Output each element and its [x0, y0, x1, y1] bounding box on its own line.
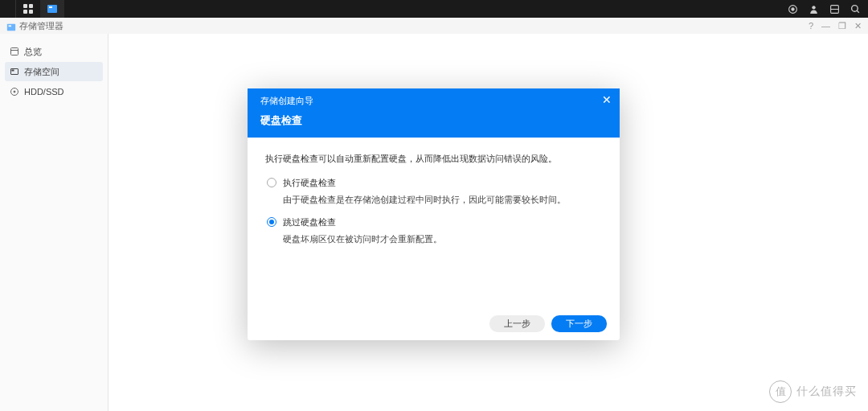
sidebar-item-label: 存储空间 — [24, 66, 59, 78]
svg-rect-1 — [29, 4, 33, 8]
disk-icon — [10, 87, 19, 97]
radio-icon — [267, 217, 276, 227]
modal-breadcrumb: 存储创建向导 — [260, 95, 607, 107]
sidebar-item-storage[interactable]: 存储空间 — [5, 62, 103, 81]
svg-rect-14 — [9, 25, 11, 27]
svg-point-8 — [812, 6, 815, 9]
svg-rect-0 — [23, 4, 27, 8]
radio-label: 跳过硬盘检查 — [283, 216, 336, 230]
modal-description: 执行硬盘检查可以自动重新配置硬盘，从而降低出现数据访问错误的风险。 — [265, 152, 602, 166]
next-button[interactable]: 下一步 — [551, 315, 607, 332]
user-icon[interactable] — [804, 0, 823, 18]
modal-body: 执行硬盘检查可以自动重新配置硬盘，从而降低出现数据访问错误的风险。 执行硬盘检查… — [248, 138, 620, 307]
radio-label: 执行硬盘检查 — [283, 176, 336, 191]
system-taskbar — [0, 0, 868, 18]
svg-point-11 — [851, 5, 858, 11]
taskbar-menu[interactable] — [0, 0, 16, 18]
sidebar-item-label: 总览 — [24, 46, 42, 58]
radio-option-perform-check[interactable]: 执行硬盘检查 — [267, 176, 602, 191]
widgets-icon[interactable] — [825, 0, 844, 18]
notification-icon[interactable] — [783, 0, 802, 18]
storage-icon — [10, 67, 19, 76]
modal-title: 硬盘检查 — [260, 113, 607, 128]
svg-point-7 — [791, 7, 793, 10]
modal-close-button[interactable]: ✕ — [602, 93, 612, 106]
taskbar-app-storage[interactable] — [40, 0, 64, 18]
svg-rect-3 — [29, 10, 33, 14]
radio-hint: 由于硬盘检查是在存储池创建过程中同时执行，因此可能需要较长时间。 — [283, 193, 602, 208]
maximize-button[interactable]: ❐ — [838, 21, 846, 31]
sidebar: 总览 存储空间 HDD/SSD — [0, 34, 108, 411]
sidebar-item-hdd-ssd[interactable]: HDD/SSD — [5, 82, 103, 101]
back-button[interactable]: 上一步 — [489, 315, 545, 332]
svg-rect-4 — [47, 5, 57, 13]
svg-rect-13 — [7, 24, 15, 31]
radio-icon — [267, 178, 276, 187]
svg-rect-15 — [11, 48, 18, 55]
minimize-button[interactable]: — — [821, 21, 830, 31]
modal-header: 存储创建向导 硬盘检查 ✕ — [248, 88, 620, 138]
svg-rect-5 — [49, 6, 52, 8]
radio-hint: 硬盘坏扇区仅在被访问时才会重新配置。 — [283, 232, 602, 247]
app-icon — [6, 21, 16, 31]
overview-icon — [10, 47, 19, 56]
svg-rect-18 — [12, 70, 14, 71]
help-button[interactable]: ? — [809, 21, 813, 31]
watermark: 值 什么值得买 — [769, 380, 857, 403]
close-button[interactable]: ✕ — [854, 21, 862, 31]
sidebar-item-overview[interactable]: 总览 — [5, 42, 103, 61]
watermark-icon: 值 — [769, 380, 792, 403]
radio-option-skip-check[interactable]: 跳过硬盘检查 — [267, 216, 602, 230]
taskbar-app-grid[interactable] — [16, 0, 40, 18]
svg-point-20 — [14, 91, 15, 92]
watermark-text: 什么值得买 — [796, 384, 857, 399]
storage-wizard-modal: 存储创建向导 硬盘检查 ✕ 执行硬盘检查可以自动重新配置硬盘，从而降低出现数据访… — [248, 88, 620, 340]
search-icon[interactable] — [845, 0, 865, 18]
window-title: 存储管理器 — [19, 20, 63, 32]
sidebar-item-label: HDD/SSD — [24, 87, 64, 97]
window-titlebar: 存储管理器 ? — ❐ ✕ — [0, 18, 868, 34]
svg-rect-2 — [23, 10, 27, 14]
svg-line-12 — [857, 10, 859, 13]
modal-footer: 上一步 下一步 — [248, 307, 620, 340]
